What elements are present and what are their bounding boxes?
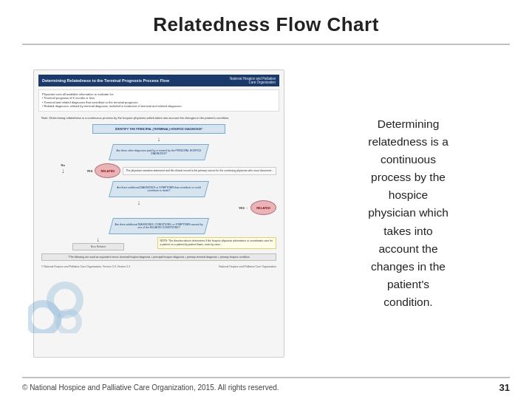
fc-footer-note: *The following are used as equivalent te… [41,253,276,261]
fc-header-org: National Hospice and Palliative Care Org… [224,77,276,84]
fc-left-col1: No ↓ [41,163,84,173]
fc-diamond1: Are there other diagnoses paid by or tre… [109,144,209,160]
fc-left-col3: ↓ Now Related [41,237,155,250]
text-area: Determining relatedness is a continuous … [296,52,510,374]
fc-related2-badge: RELATED [250,200,276,215]
footer-copyright: © National Hospice and Palliative Care O… [22,383,279,392]
fc-footer-org: National Hospice and Palliative Care Org… [219,265,276,268]
fc-logo-row: © National Hospice and Palliative Care O… [38,264,279,270]
fc-yes-label: YES [86,169,92,173]
footer-page-number: 31 [499,382,510,393]
fc-footer-copyright: © National Hospice and Palliative Care O… [41,265,130,268]
decorative-circles [28,278,83,333]
fc-row1: No ↓ YES RELATED The physician narrative… [38,163,279,178]
fc-row2: ↓ YES → RELATED [38,200,279,215]
footer-bar: © National Hospice and Palliative Care O… [0,378,532,399]
page-container: Relatedness Flow Chart Determining Relat… [0,0,532,399]
header: Relatedness Flow Chart [0,0,532,44]
fc-header: Determining Relatedness to the Terminal … [38,75,279,86]
fc-yes2-row: YES → RELATED [239,200,276,215]
fc-intro: Physician uses all available information… [38,89,279,112]
fc-diamond3: Are there additional DIAGNOSES, CONDITIO… [109,218,209,234]
fc-row3: ↓ Now Related NOTE: The direction above … [38,237,279,250]
fc-left-col2: ↓ [41,200,236,205]
fc-yes-related-row: YES RELATED The physician narrative stat… [86,163,276,178]
fc-diamond2: Are there additional DIAGNOSES or SYMPTO… [109,181,209,197]
description-text: Determining relatedness is a continuous … [368,115,449,310]
fc-yes2-label: YES → [239,206,248,210]
fc-arrow-3: ↓ [137,200,141,205]
main-content: Determining Relatedness to the Terminal … [0,45,532,374]
fc-diamond3-row: Are there additional DIAGNOSES, CONDITIO… [38,218,279,234]
chart-area: Determining Relatedness to the Terminal … [22,52,296,374]
fc-note-box: NOTE: The direction above determines if … [157,237,277,248]
fc-related-badge: RELATED [95,163,120,178]
fc-stop-box: Now Related [72,243,124,250]
fc-arrow-1: ↓ [38,137,279,141]
fc-note: Note: Determining relatedness is a conti… [38,115,279,122]
fc-diamond1-row: Are there other diagnoses paid by or tre… [38,144,279,160]
fc-identify-box: IDENTIFY THE PRINCIPAL (TERMINAL) HOSPIC… [92,124,225,134]
footer-area: © National Hospice and Palliative Care O… [0,374,532,399]
fc-identify-row: IDENTIFY THE PRINCIPAL (TERMINAL) HOSPIC… [38,124,279,134]
page-title: Relatedness Flow Chart [15,13,517,36]
fc-arrow-2: ↓ [61,168,65,173]
fc-arrow-4: ↓ [97,237,100,242]
fc-diamond2-row: Are there additional DIAGNOSES or SYMPTO… [38,181,279,197]
fc-side-box1: The physician narrative statement and th… [123,167,276,175]
fc-header-title: Determining Relatedness to the Terminal … [42,78,224,83]
